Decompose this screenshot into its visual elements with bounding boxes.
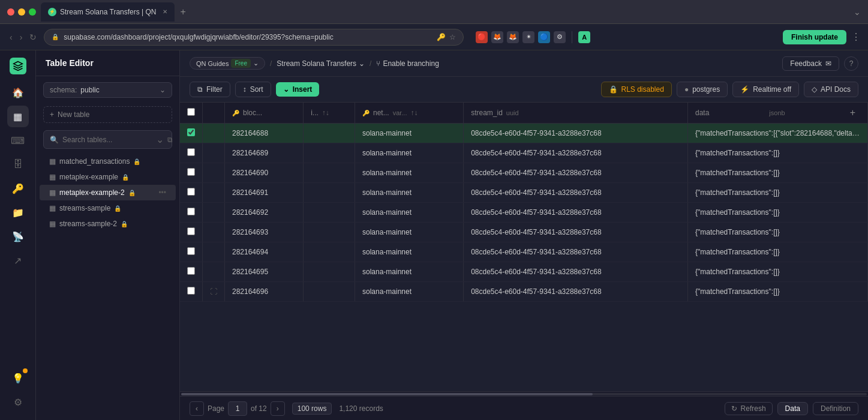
table-body: 282164688 solana-mainnet 08cde5c4-e60d-4… bbox=[180, 124, 868, 302]
role-button[interactable]: ● postgres bbox=[677, 82, 728, 97]
nav-icon-table-editor[interactable]: ▦ bbox=[7, 106, 29, 127]
nav-icon-realtime[interactable]: 📡 bbox=[7, 226, 29, 247]
address-right: Finish update ⋮ bbox=[783, 30, 861, 44]
nav-icon-alerts[interactable]: 💡 bbox=[7, 367, 29, 389]
data-tab-button[interactable]: Data bbox=[777, 402, 808, 415]
sort-button[interactable]: ↕ Sort bbox=[235, 82, 271, 97]
supabase-logo[interactable] bbox=[10, 58, 26, 74]
table-item-streams-sample-2[interactable]: ▦ streams-sample-2 🔒 bbox=[40, 216, 176, 232]
refresh-button[interactable]: ↻ Refresh bbox=[725, 402, 773, 415]
nav-icon-database[interactable]: 🗄 bbox=[7, 154, 29, 175]
row-stream-id-cell: 08cde5c4-e60d-4f57-9341-a3288e37c68 bbox=[464, 242, 688, 262]
header-data-label: data bbox=[695, 109, 709, 117]
table-scrollbar[interactable] bbox=[180, 391, 868, 396]
row-network-cell: solana-mainnet bbox=[355, 242, 463, 262]
header-stream-id[interactable]: stream_id uuid bbox=[464, 103, 688, 124]
ext-icon-4[interactable]: ✴ bbox=[522, 31, 534, 43]
nav-icon-sql[interactable]: ⌨ bbox=[7, 130, 29, 151]
chevron-down-filter-icon[interactable]: ⌄ bbox=[156, 134, 164, 145]
back-button[interactable]: ‹ bbox=[7, 30, 15, 44]
new-tab-button[interactable]: + bbox=[177, 5, 190, 19]
table-item-metaplex-example[interactable]: ▦ metaplex-example 🔒 bbox=[40, 169, 176, 185]
traffic-light-green[interactable] bbox=[29, 8, 36, 16]
breadcrumb-branch-label: Enable branching bbox=[383, 59, 438, 68]
row-checkbox[interactable] bbox=[187, 267, 195, 275]
address-bar-row: ‹ › ↻ 🔒 supabase.com/dashboard/project/q… bbox=[0, 24, 868, 50]
tab-close-icon[interactable]: ✕ bbox=[163, 8, 167, 15]
filter-tables-icon[interactable]: ⧉ bbox=[167, 136, 173, 144]
rls-disabled-button[interactable]: 🔒 RLS disabled bbox=[601, 82, 672, 97]
address-input[interactable]: 🔒 supabase.com/dashboard/project/qxqulgf… bbox=[44, 29, 464, 46]
row-checkbox[interactable] bbox=[187, 208, 195, 215]
panel-title: Table Editor bbox=[46, 58, 94, 68]
new-table-button[interactable]: + New table bbox=[43, 106, 172, 123]
row-network-cell: solana-mainnet bbox=[355, 163, 463, 183]
schema-selector[interactable]: schema: public ⌄ bbox=[43, 82, 172, 98]
row-data-cell: {"matchedTransactions":[]} bbox=[688, 242, 868, 262]
insert-button[interactable]: ⌄ Insert bbox=[276, 82, 320, 97]
help-button[interactable]: ? bbox=[844, 56, 858, 71]
prev-page-button[interactable]: ‹ bbox=[190, 401, 204, 416]
star-icon[interactable]: ☆ bbox=[449, 33, 456, 41]
table-item-streams-sample[interactable]: ▦ streams-sample 🔒 bbox=[40, 200, 176, 216]
row-checkbox[interactable] bbox=[187, 227, 195, 235]
table-more-icon[interactable]: ••• bbox=[158, 188, 166, 197]
sort-label: Sort bbox=[250, 85, 263, 94]
header-i[interactable]: i... ↑↓ bbox=[304, 103, 355, 124]
more-options-button[interactable]: ⋮ bbox=[851, 31, 861, 43]
table-item-metaplex-example-2[interactable]: ▦ metaplex-example-2 🔒 ••• bbox=[40, 185, 176, 200]
search-icon: 🔍 bbox=[50, 136, 59, 144]
ext-icon-6[interactable]: ⚙ bbox=[554, 31, 566, 43]
header-checkbox-col bbox=[180, 103, 203, 124]
breadcrumb-branch[interactable]: ⑂ Enable branching bbox=[376, 59, 438, 68]
nav-icon-edge[interactable]: ↗ bbox=[7, 250, 29, 271]
feedback-button[interactable]: Feedback ✉ bbox=[782, 56, 839, 71]
nav-icon-auth[interactable]: 🔑 bbox=[7, 178, 29, 199]
traffic-light-yellow[interactable] bbox=[18, 8, 25, 16]
scrollbar-thumb[interactable] bbox=[181, 393, 593, 395]
header-network[interactable]: 🔑 net... var... ↑↓ bbox=[355, 103, 463, 124]
search-tables-input[interactable] bbox=[62, 136, 152, 144]
forward-button[interactable]: › bbox=[17, 30, 25, 44]
rows-select[interactable]: 100 rows bbox=[292, 403, 332, 415]
realtime-button[interactable]: ⚡ Realtime off bbox=[732, 82, 799, 97]
row-expand-cell bbox=[203, 223, 225, 242]
filter-button[interactable]: ⧉ Filter bbox=[190, 82, 230, 97]
header-data[interactable]: data jsonb + bbox=[688, 103, 868, 124]
nav-icon-settings[interactable]: ⚙ bbox=[7, 391, 29, 413]
role-dot-icon: ● bbox=[684, 85, 689, 94]
table-item-matched-transactions[interactable]: ▦ matched_transactions 🔒 bbox=[40, 154, 176, 169]
page-input[interactable] bbox=[228, 401, 247, 416]
browser-tab-active[interactable]: ⚡ Stream Solana Transfers | QN ✕ bbox=[41, 2, 175, 22]
row-checkbox[interactable] bbox=[187, 128, 195, 136]
table-area[interactable]: 🔑 bloc... i... ↑↓ 🔑 bbox=[180, 103, 868, 391]
traffic-light-red[interactable] bbox=[7, 8, 14, 16]
row-checkbox[interactable] bbox=[187, 247, 195, 255]
row-block-cell: 282164689 bbox=[225, 143, 304, 163]
ext-icon-1[interactable]: 🔴 bbox=[476, 31, 488, 43]
select-all-checkbox[interactable] bbox=[187, 108, 195, 116]
row-checkbox[interactable] bbox=[187, 168, 195, 176]
breadcrumb-stream[interactable]: Stream Solana Transfers ⌄ bbox=[277, 59, 365, 68]
finish-update-button[interactable]: Finish update bbox=[783, 30, 846, 44]
row-checkbox[interactable] bbox=[187, 188, 195, 196]
reload-button[interactable]: ↻ bbox=[27, 30, 39, 44]
add-column-button[interactable]: + bbox=[845, 107, 860, 118]
table-row: 282164694 solana-mainnet 08cde5c4-e60d-4… bbox=[180, 242, 868, 262]
next-page-button[interactable]: › bbox=[271, 401, 285, 416]
nav-icon-storage[interactable]: 📁 bbox=[7, 202, 29, 223]
breadcrumb-project[interactable]: QN Guides Free ⌄ bbox=[190, 57, 265, 70]
ext-icon-3[interactable]: 🦊 bbox=[507, 31, 519, 43]
row-checkbox[interactable] bbox=[187, 287, 195, 295]
header-block[interactable]: 🔑 bloc... bbox=[225, 103, 304, 124]
ext-icon-2[interactable]: 🦊 bbox=[491, 31, 503, 43]
api-docs-button[interactable]: ◇ API Docs bbox=[804, 82, 858, 97]
ext-icon-5[interactable]: 🔵 bbox=[538, 31, 550, 43]
expand-button[interactable]: ⌄ bbox=[854, 7, 861, 17]
user-avatar[interactable]: A bbox=[578, 31, 590, 43]
row-checkbox[interactable] bbox=[187, 148, 195, 156]
definition-tab-button[interactable]: Definition bbox=[813, 402, 858, 415]
expand-row-icon[interactable]: ⛶ bbox=[210, 287, 217, 296]
row-block-cell: 282164690 bbox=[225, 163, 304, 183]
nav-icon-home[interactable]: 🏠 bbox=[7, 82, 29, 103]
